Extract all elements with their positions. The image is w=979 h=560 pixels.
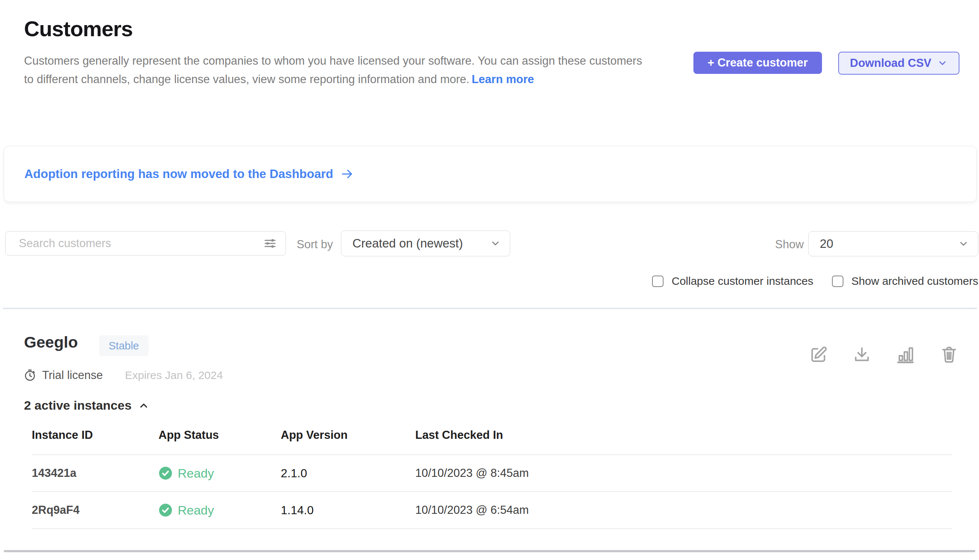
search-box <box>5 231 286 256</box>
channel-badge: Stable <box>99 335 148 356</box>
trial-clock-icon <box>23 369 36 382</box>
download-csv-label: Download CSV <box>850 57 931 70</box>
collapse-instances-checkbox[interactable] <box>652 275 664 287</box>
page-description: Customers generally represent the compan… <box>24 52 652 89</box>
app-status-cell: Ready <box>158 466 281 481</box>
column-header-last-checked-in: Last Checked In <box>415 428 952 442</box>
active-instances-label: 2 active instances <box>24 398 132 413</box>
checkbox-row: Collapse customer instances Show archive… <box>652 275 978 287</box>
chevron-down-icon <box>937 58 947 68</box>
sort-select-value: Created on (newest) <box>352 237 463 250</box>
banner-link-text: Adoption reporting has now moved to the … <box>24 167 333 181</box>
instance-id-cell: 143421a <box>32 467 158 480</box>
instances-table-header: Instance ID App Status App Version Last … <box>32 428 952 455</box>
filter-sliders-icon[interactable] <box>263 236 277 251</box>
table-row: 143421a Ready 2.1.0 10/10/2023 @ 8:45am <box>32 455 952 492</box>
page-title: Customers <box>24 16 133 41</box>
download-csv-button[interactable]: Download CSV <box>838 52 959 75</box>
show-page-size-select[interactable]: 20 <box>808 231 978 257</box>
active-instances-toggle[interactable]: 2 active instances <box>24 398 149 413</box>
column-header-instance-id: Instance ID <box>32 428 158 442</box>
show-label: Show <box>775 238 804 251</box>
collapse-instances-checkbox-group[interactable]: Collapse customer instances <box>652 275 814 287</box>
customer-card-bottom-divider <box>4 550 975 552</box>
download-license-icon[interactable] <box>853 346 871 364</box>
adoption-reporting-banner[interactable]: Adoption reporting has now moved to the … <box>4 146 977 202</box>
trash-icon[interactable] <box>940 346 958 364</box>
app-version-cell: 1.14.0 <box>281 503 415 517</box>
instances-table: Instance ID App Status App Version Last … <box>32 428 952 529</box>
column-header-app-status: App Status <box>158 428 281 442</box>
show-archived-label: Show archived customers <box>852 275 978 287</box>
chevron-down-icon <box>958 238 969 249</box>
license-row: Trial license Expires Jan 6, 2024 <box>23 369 223 382</box>
license-expiry-label: Expires Jan 6, 2024 <box>125 369 223 382</box>
app-status-cell: Ready <box>158 503 281 518</box>
show-select-value: 20 <box>820 237 834 251</box>
license-type-label: Trial license <box>42 369 103 382</box>
sort-by-label: Sort by <box>297 238 333 251</box>
last-checked-in-cell: 10/10/2023 @ 8:45am <box>415 467 952 480</box>
header-actions: + Create customer Download CSV <box>694 52 959 75</box>
bar-chart-icon[interactable] <box>896 346 915 364</box>
app-status-label: Ready <box>178 466 214 481</box>
table-row: 2Rq9aF4 Ready 1.14.0 10/10/2023 @ 6:54am <box>32 492 952 529</box>
check-circle-icon <box>158 503 172 517</box>
learn-more-link[interactable]: Learn more <box>472 73 534 86</box>
customer-name[interactable]: Geeglo <box>24 333 78 351</box>
customer-actions <box>809 346 958 364</box>
chevron-up-icon <box>138 400 149 411</box>
create-customer-button[interactable]: + Create customer <box>694 52 822 74</box>
page-description-text: Customers generally represent the compan… <box>24 54 642 86</box>
app-version-cell: 2.1.0 <box>281 467 415 480</box>
sort-select[interactable]: Created on (newest) <box>341 230 510 257</box>
section-divider <box>3 308 977 309</box>
app-status-label: Ready <box>178 503 214 518</box>
instance-id-cell: 2Rq9aF4 <box>32 503 158 517</box>
edit-customer-icon[interactable] <box>809 346 827 364</box>
last-checked-in-cell: 10/10/2023 @ 6:54am <box>415 503 952 517</box>
show-archived-checkbox[interactable] <box>832 275 844 287</box>
search-input[interactable] <box>5 237 263 250</box>
check-circle-icon <box>158 466 172 480</box>
chevron-down-icon <box>490 238 501 249</box>
column-header-app-version: App Version <box>281 428 415 442</box>
arrow-right-icon <box>340 168 355 180</box>
show-archived-checkbox-group[interactable]: Show archived customers <box>832 275 978 287</box>
collapse-instances-label: Collapse customer instances <box>672 275 814 287</box>
